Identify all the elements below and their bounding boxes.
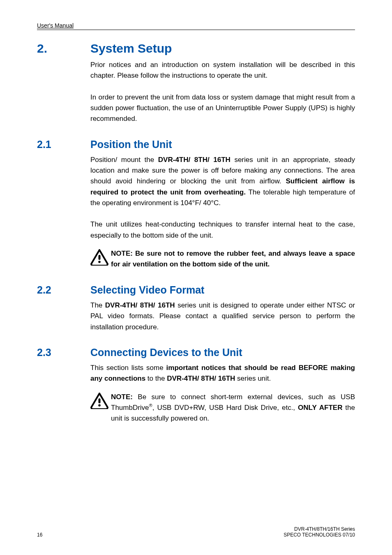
note-text: NOTE: Be sure not to remove the rubber f… [111, 248, 355, 270]
section-2-para-1: Prior notices and an introduction on sys… [90, 60, 355, 81]
text-fragment: This section lists some [90, 364, 166, 372]
section-2-1-number: 2.1 [37, 139, 90, 150]
running-header: User's Manual [37, 22, 355, 30]
section-2-title: System Setup [90, 42, 172, 56]
registered-symbol: ® [149, 403, 152, 408]
section-2-number: 2. [37, 42, 90, 56]
section-2-1-note: NOTE: Be sure not to remove the rubber f… [90, 248, 355, 270]
section-2-1-para-2: The unit utilizes heat-conducting techni… [90, 219, 355, 241]
text-bold: DVR-4TH/ 8TH/ 16TH [105, 301, 175, 309]
section-2-para-2: In order to prevent the unit from data l… [90, 92, 355, 125]
text-fragment: , USB DVD+RW, USB Hard Disk Drive, etc., [152, 404, 298, 412]
section-2-3-number: 2.3 [37, 347, 90, 358]
note-text: NOTE: Be sure to connect short-term exte… [111, 392, 355, 424]
svg-point-3 [98, 404, 101, 407]
section-2-3-heading: 2.3 Connecting Devices to the Unit [37, 347, 355, 358]
text-bold: NOTE: [111, 393, 133, 401]
footer-company: SPECO TECHNOLOGIES 07/10 [284, 532, 355, 538]
svg-point-1 [98, 261, 101, 263]
svg-rect-0 [99, 255, 101, 260]
text-fragment: series unit. [235, 375, 271, 382]
footer-series: DVR-4TH/8TH/16TH Series [284, 526, 355, 532]
svg-rect-2 [99, 398, 101, 403]
section-2-2-title: Selecting Video Format [90, 284, 204, 296]
page: User's Manual 2. System Setup Prior noti… [0, 0, 392, 555]
text-bold: NOTE: Be sure not to remove the rubber f… [111, 250, 355, 268]
section-2-1-para-1: Position/ mount the DVR-4TH/ 8TH/ 16TH s… [90, 155, 355, 209]
text-bold: DVR-4TH/ 8TH/ 16TH [158, 156, 231, 164]
section-2-1-heading: 2.1 Position the Unit [37, 139, 355, 150]
running-header-text: User's Manual [37, 22, 74, 29]
text-bold: ONLY AFTER [298, 404, 342, 412]
warning-icon [90, 249, 108, 266]
section-2-1-title: Position the Unit [90, 139, 172, 150]
footer-right: DVR-4TH/8TH/16TH Series SPECO TECHNOLOGI… [284, 526, 355, 538]
section-2-2-heading: 2.2 Selecting Video Format [37, 284, 355, 296]
section-2-2-para-1: The DVR-4TH/ 8TH/ 16TH series unit is de… [90, 300, 355, 333]
text-bold: DVR-4TH/ 8TH/ 16TH [167, 375, 235, 382]
text-fragment: Position/ mount the [90, 156, 158, 164]
page-number: 16 [37, 532, 42, 538]
text-fragment: to the [145, 375, 167, 382]
text-fragment: The [90, 301, 105, 309]
warning-icon [90, 393, 108, 409]
section-2-2-number: 2.2 [37, 284, 90, 296]
section-2-3-title: Connecting Devices to the Unit [90, 347, 242, 358]
section-2-3-note: NOTE: Be sure to connect short-term exte… [90, 392, 355, 424]
section-2-3-para-1: This section lists some important notice… [90, 363, 355, 384]
section-2-heading: 2. System Setup [37, 42, 355, 56]
page-footer: 16 DVR-4TH/8TH/16TH Series SPECO TECHNOL… [37, 526, 355, 538]
